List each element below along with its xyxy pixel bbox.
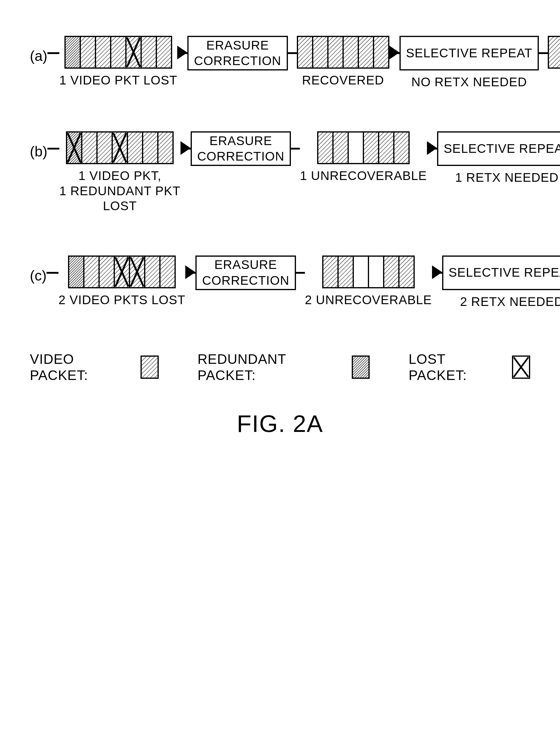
svg-rect-80 [142,357,157,378]
svg-marker-13 [177,46,187,60]
row-label-a: (a) [30,36,47,64]
svg-marker-72 [432,265,442,279]
row-c: (c) 2 VIDEO PKTS LOST ERASURECORRECTION [30,256,530,309]
mid-packets [297,36,389,69]
video-packet [383,256,399,288]
diagram-root: (a) 1 VIDEO PKT LOST ERASURECORRECTION [0,0,560,455]
row-b: (b) 1 VIDEO PKT,1 REDUNDANT PKTLOST ERAS… [30,131,530,213]
video-packet [98,256,115,288]
flow-a: 1 VIDEO PKT LOST ERASURECORRECTION RECOV… [47,36,560,90]
erasure-correction-box: ERASURECORRECTION [195,256,296,290]
video-packet [156,36,172,69]
video-packet [373,36,389,69]
selective-repeat-box: SELECTIVE REPEAT [442,256,560,290]
legend-video: VIDEO PACKET: [30,351,159,383]
out-caption: 1 RETX NEEDED [455,170,559,185]
svg-rect-38 [159,133,172,163]
video-packet [144,256,161,288]
video-packet [332,131,349,164]
row-label-b: (b) [30,131,47,160]
selective-repeat-box: SELECTIVE REPEAT [399,36,539,70]
selective-repeat-box: SELECTIVE REPEAT [437,131,560,166]
mid-caption: 2 UNRECOVERABLE [305,293,432,307]
video-packet [80,36,96,69]
legend-redundant-label: REDUNDANT PACKET: [197,351,345,383]
svg-rect-36 [128,133,142,163]
svg-rect-18 [359,37,373,67]
video-packet [312,36,328,69]
lost-packet-icon [512,355,530,379]
input-caption: 2 VIDEO PKTS LOST [58,293,185,307]
video-packet [83,256,100,288]
video-packet [141,36,157,69]
svg-rect-68 [354,257,368,287]
svg-rect-15 [313,37,327,67]
svg-marker-20 [389,46,399,60]
svg-rect-32 [98,133,112,163]
video-packet [398,256,415,288]
redundant-packet-icon [352,355,370,379]
svg-rect-14 [298,37,312,67]
video-packet-lost [112,131,128,164]
svg-rect-40 [318,133,332,163]
legend-lost: LOST PACKET: [409,351,530,383]
svg-rect-71 [399,257,414,287]
empty-packet [347,131,364,164]
svg-rect-54 [69,257,83,287]
svg-rect-42 [349,133,363,163]
video-packet [142,131,159,164]
svg-rect-6 [96,37,110,67]
svg-rect-43 [364,133,378,163]
svg-marker-39 [180,141,191,155]
video-packet-lost [129,256,145,288]
mid-packets [317,131,410,164]
out-caption: 2 RETX NEEDED [460,294,560,309]
video-packet [159,256,176,288]
video-packet-lost [114,256,130,288]
erasure-correction-box: ERASURECORRECTION [191,131,291,166]
mid-caption: 1 UNRECOVERABLE [300,168,427,183]
video-packet [297,36,313,69]
input-packets [68,256,176,288]
svg-rect-16 [328,37,342,67]
video-packet [548,36,560,69]
svg-rect-31 [82,133,96,163]
svg-rect-11 [142,37,156,67]
mid-packets [322,256,415,288]
video-packet [127,131,143,164]
erasure-correction-box: ERASURECORRECTION [187,36,288,70]
empty-packet [352,256,369,288]
flow-b: 1 VIDEO PKT,1 REDUNDANT PKTLOST ERASUREC… [47,131,560,213]
mid-caption: RECOVERED [302,73,384,88]
video-packet [96,131,113,164]
video-packet [81,131,98,164]
svg-rect-21 [549,37,560,67]
video-packet [110,36,126,69]
empty-packet [368,256,384,288]
svg-rect-69 [369,257,383,287]
svg-rect-37 [143,133,157,163]
svg-rect-67 [339,257,352,287]
svg-rect-56 [100,257,114,287]
out-caption: NO RETX NEEDED [411,75,527,90]
svg-rect-17 [344,37,358,67]
redundant-packet [68,256,84,288]
svg-rect-7 [111,37,125,67]
video-packet [327,36,344,69]
svg-rect-5 [81,37,95,67]
svg-rect-44 [379,133,393,163]
video-packet [358,36,374,69]
legend: VIDEO PACKET: REDUNDANT PACKET: LOST PAC… [30,351,530,383]
video-packet [317,131,334,164]
svg-marker-46 [427,141,437,155]
legend-video-label: VIDEO PACKET: [30,351,134,383]
svg-rect-41 [334,133,347,163]
svg-rect-12 [157,37,171,67]
input-caption: 1 VIDEO PKT,1 REDUNDANT PKTLOST [59,168,180,213]
legend-lost-label: LOST PACKET: [409,351,505,383]
out-packets [548,36,560,69]
svg-rect-4 [66,37,80,67]
svg-rect-70 [384,257,398,287]
video-packet [342,36,359,69]
redundant-packet-lost [66,131,82,164]
